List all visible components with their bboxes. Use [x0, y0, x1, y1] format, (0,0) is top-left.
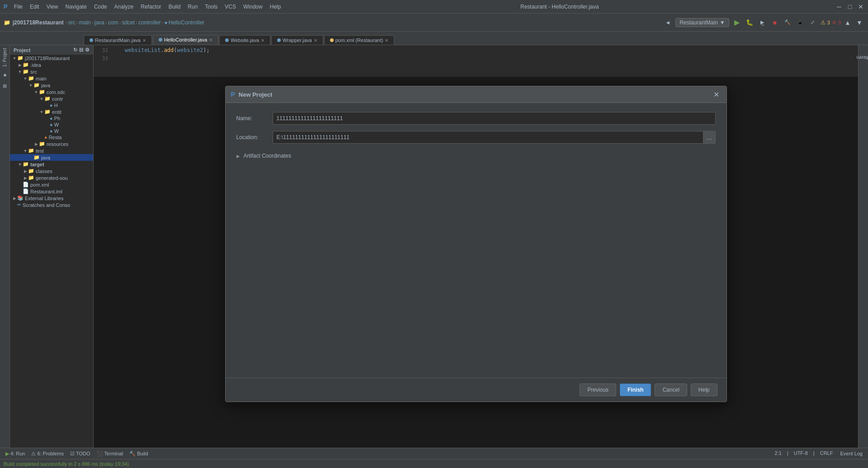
tree-item-resources[interactable]: ▶ 📁 resources	[10, 140, 93, 147]
tree-item-entities[interactable]: ▼ 📁 entit	[10, 108, 93, 115]
tree-item-w2[interactable]: ● W	[10, 128, 93, 134]
tree-item-resta[interactable]: ● Resta	[10, 134, 93, 140]
cancel-button[interactable]: Cancel	[655, 384, 687, 396]
menu-navigate[interactable]: Navigate	[63, 3, 90, 11]
tree-item-classes[interactable]: ▶ 📁 classes	[10, 168, 93, 174]
tab-wrapper[interactable]: Wrapper.java ✕	[271, 35, 323, 45]
vtab-structure[interactable]: ⊞	[1, 82, 9, 89]
artifact-coordinates[interactable]: ▶ Artifact Coordinates	[236, 150, 716, 162]
title-bar: P File Edit View Navigate Code Analyze R…	[0, 0, 868, 14]
tree-item-pom[interactable]: 📄 pom.xml	[10, 181, 93, 188]
close-button[interactable]: ✕	[857, 3, 864, 10]
run-config-selector[interactable]: RestaurantMain ▼	[675, 18, 729, 27]
com-icon: 📁	[39, 89, 45, 95]
finish-button[interactable]: Finish	[620, 384, 651, 396]
dialog-title: P New Project	[231, 91, 273, 98]
generated-icon: 📁	[28, 175, 34, 181]
resta-icon: ●	[44, 135, 47, 140]
tree-item-w1[interactable]: ● W	[10, 122, 93, 128]
minimize-button[interactable]: ─	[835, 3, 843, 10]
tree-item-hellocontroller[interactable]: ● H	[10, 102, 93, 108]
build-button[interactable]: 🔨	[783, 18, 793, 28]
vtab-project[interactable]: 1: Project	[1, 45, 8, 70]
tree-item-generated[interactable]: ▶ 📁 generated-sou	[10, 174, 93, 181]
help-button[interactable]: Help	[691, 384, 717, 396]
project-icon: 📁	[4, 19, 10, 26]
menu-file[interactable]: File	[11, 3, 25, 11]
menu-tools[interactable]: Tools	[202, 3, 220, 11]
menu-analyze[interactable]: Analyze	[112, 3, 137, 11]
previous-button[interactable]: Previous	[580, 384, 616, 396]
build-btn[interactable]: 🔨 Build	[127, 450, 150, 457]
classes-icon: 📁	[28, 168, 34, 174]
sidebar-sync-icon[interactable]: ↻	[73, 47, 77, 53]
menu-refactor[interactable]: Refactor	[138, 3, 164, 11]
problems-icon: ⚠	[31, 451, 36, 457]
tab-close-pom[interactable]: ✕	[385, 38, 388, 43]
tree-item-com[interactable]: ▼ 📁 com.sdc	[10, 89, 93, 95]
dialog-close-button[interactable]: ✕	[712, 90, 721, 99]
tab-close-wrapper[interactable]: ✕	[314, 38, 317, 43]
terminal-btn[interactable]: ⬛ Terminal	[95, 450, 125, 457]
vtab-bookmark[interactable]: ★	[1, 71, 9, 79]
problems-btn[interactable]: ⚠ 6: Problems	[29, 450, 66, 457]
target-icon: 📁	[23, 161, 29, 167]
sidebar-collapse-icon[interactable]: ⊟	[79, 47, 83, 53]
run-status-btn[interactable]: ▶ 4: Run	[4, 450, 27, 457]
tree-item-java-test[interactable]: 📁 java	[10, 154, 93, 161]
dialog-overlay: P New Project ✕ Name: Location:	[94, 77, 858, 448]
tree-item-extlibs[interactable]: ▶ 📚 External Libraries	[10, 195, 93, 201]
tree-item-iml[interactable]: 📄 Restaurant.iml	[10, 188, 93, 195]
location-row: Location: …	[236, 131, 716, 144]
tree-item-java-main[interactable]: ▼ 📁 java	[10, 82, 93, 89]
menu-build[interactable]: Build	[166, 3, 184, 11]
tab-pom[interactable]: pom.xml (Restaurant) ✕	[324, 35, 395, 45]
event-log-btn[interactable]: Event Log	[838, 450, 864, 457]
warnings-collapse[interactable]: ▼	[854, 18, 864, 28]
run-button[interactable]: ▶	[732, 18, 742, 28]
run-status-icon: ▶	[5, 451, 9, 457]
code-area[interactable]: 32 websiteList.add(website2); 33 P New P…	[94, 45, 858, 448]
menu-help[interactable]: Help	[267, 3, 284, 11]
name-input[interactable]	[273, 112, 716, 125]
warning-count: 3	[827, 20, 830, 25]
menu-edit[interactable]: Edit	[27, 3, 42, 11]
tab-hellocontroller[interactable]: HelloController.java ✕	[153, 35, 218, 45]
menu-view[interactable]: View	[44, 3, 61, 11]
location-label: Location:	[236, 134, 273, 140]
expand-button[interactable]: ⤢	[808, 18, 818, 28]
tab-close-website[interactable]: ✕	[261, 38, 264, 43]
warnings-expand[interactable]: ▲	[843, 18, 853, 28]
location-input[interactable]	[273, 131, 703, 144]
dialog-footer: Previous Finish Cancel Help	[226, 378, 726, 402]
tree-item-test[interactable]: ▼ 📁 test	[10, 147, 93, 154]
todo-btn[interactable]: ☑ TODO	[68, 450, 92, 457]
menu-vcs[interactable]: VCS	[222, 3, 239, 11]
maven-label[interactable]: Maven	[853, 55, 868, 60]
menu-window[interactable]: Window	[241, 3, 265, 11]
menu-code[interactable]: Code	[91, 3, 110, 11]
tree-item-ph[interactable]: ● Ph	[10, 115, 93, 122]
back-button[interactable]: ◄	[663, 18, 673, 28]
tree-item-idea[interactable]: ▶ 📁 .idea	[10, 61, 93, 68]
tree-item-controller[interactable]: ▼ 📁 contr	[10, 95, 93, 102]
tab-close-restaurantmain[interactable]: ✕	[142, 38, 146, 43]
tree-item-scratches[interactable]: ✏ Scratches and Conso	[10, 201, 93, 208]
tree-item-main[interactable]: ▼ 📁 main	[10, 75, 93, 82]
browse-button[interactable]: …	[703, 131, 716, 144]
debug-button[interactable]: 🐛	[745, 18, 755, 28]
tree-item-src[interactable]: ▼ 📁 src	[10, 68, 93, 75]
stop-button[interactable]: ■	[770, 18, 780, 28]
device-button[interactable]: 📱	[795, 18, 805, 28]
tab-website[interactable]: Website.java ✕	[219, 35, 270, 45]
tree-item-target[interactable]: ▼ 📁 target	[10, 161, 93, 168]
menu-run[interactable]: Run	[185, 3, 200, 11]
coverage-button[interactable]: ▶̲	[757, 18, 767, 28]
code-content: 32 websiteList.add(website2); 33	[94, 45, 858, 65]
tree-item-root[interactable]: ▼ 📁 j2001718Restaurant	[10, 55, 93, 61]
tab-restaurantmain[interactable]: RestaurantMain.java ✕	[84, 35, 152, 45]
maximize-button[interactable]: □	[846, 3, 854, 10]
code-line-32: 32 websiteList.add(website2);	[94, 47, 858, 55]
sidebar-settings-icon[interactable]: ⚙	[85, 47, 90, 53]
tab-close-hellocontroller[interactable]: ✕	[209, 37, 212, 42]
